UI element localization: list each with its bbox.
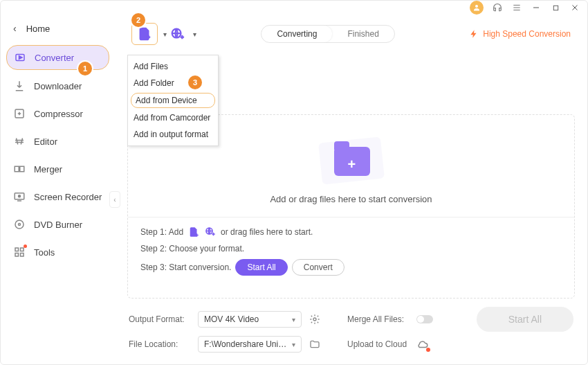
- converter-icon: [14, 51, 26, 64]
- cloud-icon[interactable]: [416, 338, 429, 350]
- sidebar-item-compressor[interactable]: Compressor: [6, 102, 109, 125]
- add-url-button[interactable]: ▾: [167, 24, 187, 44]
- sidebar-item-label: Screen Recorder: [34, 192, 102, 202]
- downloader-icon: [13, 80, 26, 92]
- high-speed-conversion-link[interactable]: High Speed Conversion: [469, 29, 571, 39]
- settings-icon[interactable]: [309, 313, 321, 326]
- svg-point-14: [19, 195, 21, 197]
- convert-button-inline[interactable]: Convert: [292, 259, 344, 276]
- start-all-button[interactable]: Start All: [477, 307, 573, 332]
- add-files-dropdown: Add Files Add Folder Add from Device Add…: [127, 55, 219, 146]
- file-location-select[interactable]: F:\Wondershare UniConverter 1 ▾: [198, 336, 302, 353]
- svg-rect-18: [15, 248, 19, 251]
- sidebar-item-downloader[interactable]: Downloader: [6, 74, 109, 98]
- sidebar-item-label: Merger: [34, 164, 62, 175]
- step-2: Step 2: Choose your format.: [140, 244, 562, 253]
- merge-all-label: Merge All Files:: [347, 314, 410, 324]
- sidebar-item-dvdburner[interactable]: DVD Burner: [6, 213, 109, 236]
- minimize-icon[interactable]: [531, 2, 542, 13]
- lightning-icon: [469, 29, 479, 39]
- close-icon[interactable]: [569, 2, 580, 13]
- annotation-3: 3: [188, 75, 202, 89]
- svg-rect-11: [15, 166, 19, 172]
- tools-icon: [13, 246, 26, 258]
- merge-all-toggle[interactable]: [416, 315, 433, 323]
- output-format-label: Output Format:: [129, 314, 191, 324]
- svg-rect-12: [20, 166, 24, 172]
- svg-point-24: [313, 318, 316, 321]
- tab-finished[interactable]: Finished: [332, 26, 394, 42]
- annotation-2: 2: [131, 13, 145, 27]
- step-1: Step 1: Add or drag files here to start.: [140, 226, 562, 238]
- maximize-icon[interactable]: [550, 2, 561, 13]
- svg-rect-19: [21, 248, 24, 251]
- svg-point-0: [475, 5, 478, 8]
- drop-zone-text: Add or drag files here to start conversi…: [270, 194, 432, 204]
- annotation-1: 1: [78, 62, 92, 75]
- dropdown-item-add-folder[interactable]: Add Folder: [128, 75, 218, 91]
- dropdown-item-add-in-output-format[interactable]: Add in output format: [128, 126, 218, 143]
- step-3: Step 3: Start conversion. Start All Conv…: [140, 259, 562, 276]
- sidebar-item-label: Editor: [34, 136, 57, 147]
- folder-open-icon[interactable]: [309, 338, 321, 350]
- start-all-button-inline[interactable]: Start All: [235, 259, 287, 276]
- dropdown-item-add-from-camcorder[interactable]: Add from Camcorder: [128, 109, 218, 126]
- chevron-down-icon: ▾: [292, 341, 295, 348]
- chevron-down-icon[interactable]: ▾: [193, 30, 196, 38]
- chevron-down-icon[interactable]: ▾: [163, 30, 167, 38]
- avatar[interactable]: [470, 1, 484, 15]
- svg-rect-20: [15, 253, 19, 257]
- svg-point-16: [15, 220, 24, 229]
- sidebar-item-editor[interactable]: Editor: [6, 130, 109, 153]
- sidebar-item-screenrecorder[interactable]: Screen Recorder: [6, 185, 109, 208]
- output-format-select[interactable]: MOV 4K Video ▾: [198, 311, 302, 328]
- tab-converting[interactable]: Converting: [261, 26, 332, 42]
- back-icon: ‹: [13, 23, 17, 34]
- svg-marker-9: [19, 56, 23, 60]
- sidebar-item-merger[interactable]: Merger: [6, 157, 109, 181]
- sidebar-item-label: Converter: [35, 53, 74, 63]
- sidebar: ‹ Home Converter Downloader Compressor: [1, 15, 115, 365]
- merger-icon: [13, 163, 26, 175]
- url-add-icon: [204, 226, 217, 238]
- editor-icon: [13, 135, 26, 148]
- sidebar-item-tools[interactable]: Tools: [6, 240, 109, 264]
- sidebar-item-label: DVD Burner: [34, 220, 82, 230]
- home-link[interactable]: ‹ Home: [6, 20, 109, 45]
- home-label: Home: [26, 24, 50, 34]
- titlebar: [1, 1, 587, 15]
- svg-point-17: [19, 224, 21, 226]
- folder-illustration: +: [313, 137, 389, 186]
- svg-rect-5: [553, 6, 558, 10]
- menu-icon[interactable]: [511, 2, 522, 13]
- dropdown-item-add-files[interactable]: Add Files: [128, 58, 218, 75]
- upload-cloud-label: Upload to Cloud: [347, 339, 410, 349]
- sidebar-item-label: Compressor: [34, 109, 83, 119]
- dropdown-item-add-from-device[interactable]: Add from Device: [131, 93, 215, 108]
- screenrec-icon: [13, 190, 26, 203]
- compressor-icon: [13, 107, 26, 120]
- tab-switch: Converting Finished: [261, 25, 394, 43]
- dvd-icon: [13, 218, 26, 231]
- sidebar-item-label: Tools: [34, 247, 55, 258]
- file-add-icon: [187, 226, 200, 238]
- sidebar-item-converter[interactable]: Converter: [6, 45, 109, 70]
- file-location-label: File Location:: [129, 339, 191, 349]
- sidebar-item-label: Downloader: [34, 81, 82, 91]
- footer: Output Format: MOV 4K Video ▾ Merge All …: [127, 299, 575, 365]
- support-icon[interactable]: [492, 2, 503, 13]
- svg-rect-21: [21, 253, 24, 257]
- chevron-down-icon: ▾: [292, 316, 295, 323]
